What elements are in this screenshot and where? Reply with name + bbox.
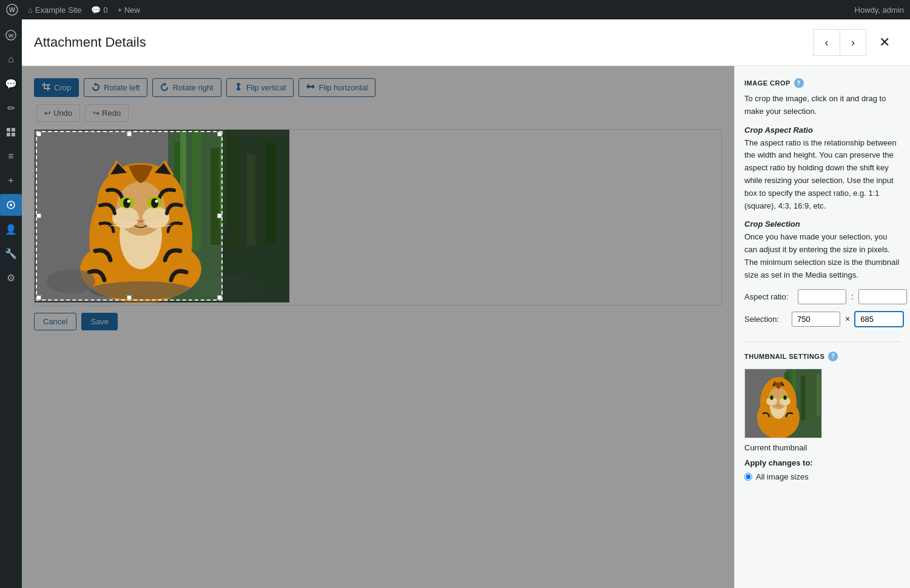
flip-horizontal-button[interactable]: Flip horizontal [298, 78, 376, 97]
crop-selection-desc: Once you have made your selection, you c… [744, 231, 900, 281]
home-icon: ⌂ [28, 5, 33, 15]
sidebar-item-media[interactable] [0, 194, 22, 216]
selection-row: Selection: × [744, 312, 900, 327]
crop-handle-bc[interactable] [127, 295, 132, 300]
comments-link[interactable]: 💬 0 [91, 5, 107, 15]
modal-navigation: ‹ › ✕ [813, 29, 898, 56]
crop-handle-tl[interactable] [36, 132, 41, 136]
flip-horizontal-label: Flip horizontal [318, 83, 368, 92]
site-name-link[interactable]: ⌂ Example Site [28, 5, 81, 15]
save-button[interactable]: Save [81, 313, 118, 330]
comment-icon: 💬 [91, 5, 101, 15]
modal-overlay: Attachment Details ‹ › ✕ [22, 19, 910, 588]
svg-point-59 [770, 395, 774, 399]
image-editor-area: Crop Rotate left [22, 66, 734, 588]
crop-selection-box[interactable] [36, 131, 223, 301]
user-greeting: Howdy, admin [855, 5, 904, 15]
crop-selection-subtitle: Crop Selection [744, 219, 900, 229]
new-content-link[interactable]: + New [118, 5, 140, 15]
rotate-left-button[interactable]: Rotate left [84, 78, 147, 97]
sidebar-item-library[interactable]: ≡ [0, 145, 22, 167]
crop-aspect-ratio-subtitle: Crop Aspect Ratio [744, 125, 900, 135]
sidebar-item-customize[interactable] [0, 121, 22, 143]
crop-handle-bl[interactable] [36, 295, 41, 300]
chevron-left-icon: ‹ [825, 36, 829, 49]
all-image-sizes-option: All image sizes [744, 472, 900, 481]
sidebar-item-edit[interactable]: ✏ [0, 97, 22, 119]
cancel-button[interactable]: Cancel [34, 313, 76, 330]
rotate-left-icon [92, 82, 100, 93]
redo-button[interactable]: ↪ Redo [85, 104, 129, 122]
svg-rect-49 [817, 374, 820, 416]
image-crop-panel: IMAGE CROP ? To crop the image, click on… [734, 66, 910, 588]
crop-selection-clear [37, 132, 221, 299]
modal-header: Attachment Details ‹ › ✕ [22, 19, 910, 66]
sidebar-item-users[interactable]: 👤 [0, 218, 22, 240]
thumbnail-preview-image [744, 369, 822, 438]
flip-vertical-button[interactable]: Flip vertical [226, 78, 294, 97]
svg-text:W: W [9, 6, 16, 13]
redo-icon: ↪ [93, 109, 99, 118]
wp-logo-icon[interactable]: W [6, 4, 18, 16]
prev-attachment-button[interactable]: ‹ [813, 29, 840, 56]
selection-separator: × [845, 314, 850, 324]
apply-changes-label: Apply changes to: [744, 458, 900, 467]
aspect-ratio-width-input[interactable] [798, 289, 846, 304]
aspect-ratio-label: Aspect ratio: [744, 292, 793, 301]
image-crop-container[interactable] [34, 129, 722, 306]
svg-rect-7 [12, 133, 15, 136]
next-attachment-button[interactable]: › [840, 29, 866, 56]
close-modal-button[interactable]: ✕ [871, 29, 898, 56]
rotate-right-icon [160, 82, 169, 93]
chevron-right-icon: › [851, 36, 855, 49]
crop-button[interactable]: Crop [34, 78, 79, 97]
sidebar-item-add[interactable]: + [0, 170, 22, 192]
crop-handle-br[interactable] [217, 295, 222, 300]
modal-body: Crop Rotate left [22, 66, 910, 588]
crop-aspect-ratio-desc: The aspect ratio is the relationship bet… [744, 137, 900, 213]
crop-handle-tr[interactable] [217, 132, 222, 136]
aspect-ratio-height-input[interactable] [858, 289, 907, 304]
image-editor-toolbar: Crop Rotate left [34, 78, 722, 97]
help-icon[interactable]: ? [794, 78, 804, 88]
all-sizes-radio[interactable] [744, 473, 752, 481]
crop-handle-ml[interactable] [36, 213, 41, 218]
crop-handle-mr[interactable] [217, 213, 222, 218]
crop-handle-tc[interactable] [127, 132, 132, 136]
svg-rect-5 [12, 128, 15, 132]
thumbnail-help-icon[interactable]: ? [828, 352, 838, 361]
image-crop-title: IMAGE CROP ? [744, 78, 900, 88]
admin-bar: W ⌂ Example Site 💬 0 + New Howdy, admin [0, 0, 910, 19]
thumbnail-settings-section: THUMBNAIL SETTINGS ? [744, 352, 900, 481]
rotate-left-label: Rotate left [104, 83, 140, 92]
crop-label: Crop [54, 83, 71, 92]
admin-sidebar: W ⌂ 💬 ✏ ≡ + 👤 🔧 ⚙ [0, 19, 22, 588]
flip-vertical-label: Flip vertical [246, 83, 286, 92]
undo-redo-group: ↩ Undo ↪ Redo [36, 104, 722, 122]
svg-rect-4 [7, 128, 10, 132]
selection-label: Selection: [744, 315, 787, 324]
sidebar-item-comments[interactable]: 💬 [0, 73, 22, 95]
selection-height-input[interactable] [855, 312, 903, 327]
modal-title: Attachment Details [34, 35, 146, 50]
undo-button[interactable]: ↩ Undo [36, 104, 80, 122]
svg-point-60 [784, 395, 787, 399]
undo-icon: ↩ [44, 109, 51, 118]
aspect-ratio-separator: : [851, 292, 854, 301]
thumbnail-settings-title: THUMBNAIL SETTINGS ? [744, 352, 900, 361]
sidebar-item-settings[interactable]: ⚙ [0, 267, 22, 289]
selection-width-input[interactable] [792, 312, 840, 327]
attachment-details-modal: Attachment Details ‹ › ✕ [22, 19, 910, 588]
sidebar-item-tools[interactable]: 🔧 [0, 242, 22, 264]
sidebar-item-home[interactable]: ⌂ [0, 48, 22, 70]
image-crop-section: IMAGE CROP ? To crop the image, click on… [744, 78, 900, 327]
flip-vertical-icon [234, 82, 243, 93]
svg-point-9 [10, 204, 12, 206]
all-sizes-label: All image sizes [756, 472, 809, 481]
panel-divider [744, 341, 900, 342]
rotate-right-button[interactable]: Rotate right [152, 78, 221, 97]
sidebar-item-wp[interactable]: W [0, 24, 22, 46]
close-icon: ✕ [879, 35, 890, 50]
current-thumbnail-label: Current thumbnail [744, 443, 900, 452]
crop-overlay [35, 130, 721, 305]
